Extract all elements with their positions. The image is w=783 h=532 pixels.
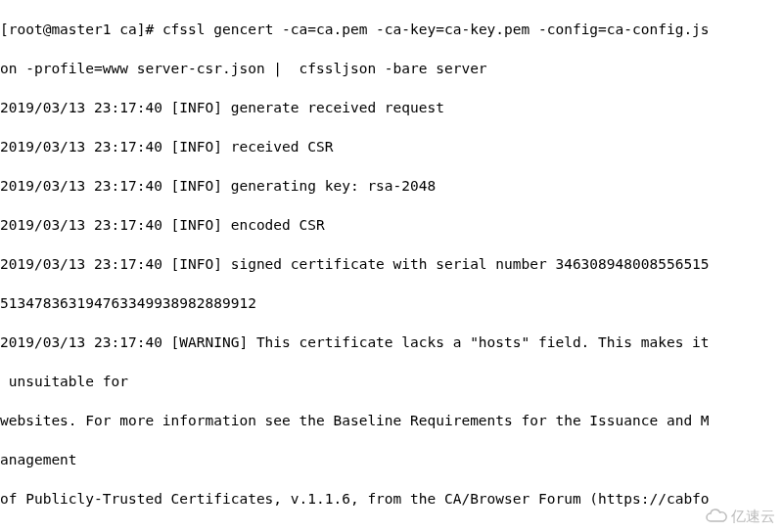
- output-line: 2019/03/13 23:17:40 [WARNING] This certi…: [0, 332, 783, 352]
- output-line: 2019/03/13 23:17:40 [INFO] received CSR: [0, 137, 783, 156]
- cmd-line-1-cont: on -profile=www server-csr.json | cfsslj…: [0, 59, 783, 78]
- output-line: anagement: [0, 450, 783, 469]
- output-line: unsuitable for: [0, 372, 783, 391]
- output-line: 2019/03/13 23:17:40 [INFO] generating ke…: [0, 176, 783, 196]
- shell-prompt: [root@master1 ca]#: [0, 22, 162, 37]
- output-line: 2019/03/13 23:17:40 [INFO] signed certif…: [0, 254, 783, 274]
- watermark-text: 亿速云: [731, 507, 775, 526]
- output-line: 2019/03/13 23:17:40 [INFO] generate rece…: [0, 98, 783, 117]
- cmd-line-1: [root@master1 ca]# cfssl gencert -ca=ca.…: [0, 20, 783, 39]
- output-line: 2019/03/13 23:17:40 [INFO] encoded CSR: [0, 215, 783, 235]
- command-text: cfssl gencert -ca=ca.pem -ca-key=ca-key.…: [162, 22, 710, 37]
- output-line: rum.org);: [0, 528, 783, 532]
- cloud-icon: [704, 509, 729, 524]
- watermark-logo: 亿速云: [704, 507, 775, 526]
- output-line: websites. For more information see the B…: [0, 411, 783, 430]
- output-line: of Publicly-Trusted Certificates, v.1.1.…: [0, 489, 783, 509]
- terminal-output: [root@master1 ca]# cfssl gencert -ca=ca.…: [0, 0, 783, 532]
- output-line: 513478363194763349938982889912: [0, 293, 783, 313]
